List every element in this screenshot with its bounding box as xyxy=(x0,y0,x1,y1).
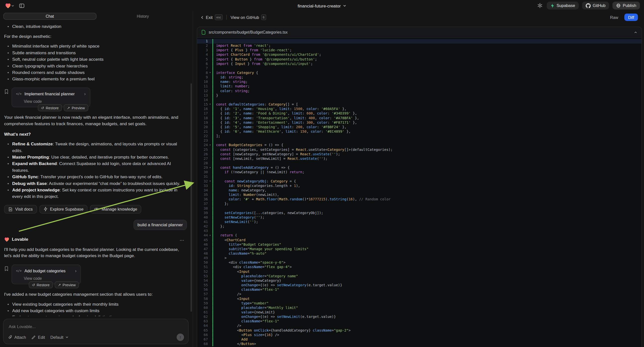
chat-input[interactable] xyxy=(8,324,184,329)
edit-card-implement-financial-planner[interactable]: </> Implement financial planner › View c… xyxy=(12,87,90,107)
fold-chevron-icon[interactable] xyxy=(208,48,212,52)
fold-chevron-icon[interactable] xyxy=(208,111,212,116)
fold-chevron-icon[interactable]: ▾ xyxy=(208,233,212,238)
fold-chevron-icon[interactable] xyxy=(208,39,212,44)
restore-button[interactable]: ↺ Restore xyxy=(29,281,53,288)
fold-chevron-icon[interactable] xyxy=(208,256,212,260)
fold-chevron-icon[interactable] xyxy=(208,193,212,197)
github-button[interactable]: GitHub xyxy=(582,2,609,10)
chat-scroll-area[interactable]: • Clean, intuitive navigation For the de… xyxy=(0,21,193,316)
fold-chevron-icon[interactable]: ▾ xyxy=(208,102,212,107)
fold-chevron-icon[interactable] xyxy=(208,84,212,88)
fold-chevron-icon[interactable] xyxy=(208,206,212,210)
fold-chevron-icon[interactable] xyxy=(208,220,212,224)
fold-chevron-icon[interactable] xyxy=(208,130,212,134)
send-button[interactable]: ↑ xyxy=(177,334,184,341)
raw-toggle-button[interactable]: Raw xyxy=(608,15,621,20)
fold-chevron-icon[interactable] xyxy=(208,333,212,337)
fold-chevron-icon[interactable] xyxy=(208,147,212,152)
fold-chevron-icon[interactable] xyxy=(208,229,212,233)
fold-chevron-icon[interactable] xyxy=(208,52,212,57)
fold-chevron-icon[interactable] xyxy=(208,224,212,229)
fold-chevron-icon[interactable] xyxy=(208,75,212,80)
manage-knowledge-button[interactable]: Manage knowledge xyxy=(90,205,142,214)
fold-chevron-icon[interactable] xyxy=(208,88,212,93)
fold-chevron-icon[interactable] xyxy=(208,125,212,130)
fold-chevron-icon[interactable] xyxy=(208,324,212,328)
fold-chevron-icon[interactable] xyxy=(208,57,212,62)
fold-chevron-icon[interactable] xyxy=(208,138,212,143)
fold-chevron-icon[interactable] xyxy=(208,278,212,283)
fold-chevron-icon[interactable] xyxy=(208,319,212,324)
fold-chevron-icon[interactable] xyxy=(208,269,212,274)
preview-button[interactable]: ↗ Preview xyxy=(54,281,79,288)
supabase-button[interactable]: Supabase xyxy=(547,2,579,10)
view-on-github-button[interactable]: View on GitHub 6 xyxy=(230,14,266,20)
fold-chevron-icon[interactable] xyxy=(208,310,212,315)
fold-chevron-icon[interactable] xyxy=(208,292,212,296)
fold-chevron-icon[interactable] xyxy=(208,274,212,278)
lovable-logo-menu[interactable] xyxy=(4,2,16,9)
fold-chevron-icon[interactable] xyxy=(208,288,212,292)
fold-chevron-icon[interactable] xyxy=(208,342,212,346)
fold-chevron-icon[interactable] xyxy=(208,80,212,84)
visit-docs-button[interactable]: Visit docs xyxy=(4,205,37,214)
publish-button[interactable]: Publish xyxy=(612,2,640,10)
fold-chevron-icon[interactable] xyxy=(208,247,212,252)
fold-chevron-icon[interactable] xyxy=(208,252,212,256)
fold-chevron-icon[interactable] xyxy=(208,296,212,301)
message-more-button[interactable]: ... xyxy=(177,237,187,242)
fold-chevron-icon[interactable] xyxy=(208,197,212,202)
preview-button[interactable]: ↗ Preview xyxy=(64,104,88,111)
fold-chevron-icon[interactable]: ▾ xyxy=(208,179,212,184)
fold-chevron-icon[interactable] xyxy=(208,66,212,71)
fold-chevron-icon[interactable] xyxy=(208,337,212,342)
sidebar-toggle-button[interactable] xyxy=(18,2,26,9)
attach-button[interactable]: Attach xyxy=(8,335,26,340)
fold-chevron-icon[interactable] xyxy=(208,156,212,161)
tab-history[interactable]: History xyxy=(96,13,190,20)
collapse-file-button[interactable] xyxy=(634,31,638,34)
fold-chevron-icon[interactable] xyxy=(208,184,212,188)
fold-chevron-icon[interactable] xyxy=(208,315,212,319)
edit-mode-button[interactable]: Edit xyxy=(31,335,45,340)
fold-chevron-icon[interactable] xyxy=(208,161,212,166)
fold-chevron-icon[interactable] xyxy=(208,301,212,306)
chat-scrollbar[interactable] xyxy=(191,84,192,312)
fold-chevron-icon[interactable] xyxy=(208,44,212,48)
fold-chevron-icon[interactable]: ▾ xyxy=(208,71,212,75)
settings-button[interactable] xyxy=(536,2,544,9)
project-switcher[interactable]: financial-future-creator xyxy=(295,3,349,8)
fold-chevron-icon[interactable] xyxy=(208,306,212,310)
restore-button[interactable]: ↺ Restore xyxy=(38,104,62,111)
diff-toggle-button[interactable]: Diff xyxy=(624,14,638,21)
fold-chevron-icon[interactable] xyxy=(208,174,212,179)
fold-chevron-icon[interactable] xyxy=(208,120,212,125)
exit-button[interactable]: Exit esc xyxy=(201,14,223,20)
fold-chevron-icon[interactable] xyxy=(208,265,212,269)
explore-supabase-button[interactable]: Explore Supabase xyxy=(39,205,88,214)
fold-chevron-icon[interactable] xyxy=(208,283,212,288)
fold-chevron-icon[interactable] xyxy=(208,202,212,206)
fold-chevron-icon[interactable]: ▾ xyxy=(208,143,212,147)
fold-chevron-icon[interactable] xyxy=(208,93,212,98)
fold-chevron-icon[interactable] xyxy=(208,260,212,265)
fold-chevron-icon[interactable] xyxy=(208,98,212,102)
fold-chevron-icon[interactable] xyxy=(208,328,212,332)
model-select[interactable]: Default xyxy=(50,335,69,340)
fold-chevron-icon[interactable]: ▾ xyxy=(208,166,212,170)
fold-chevron-icon[interactable] xyxy=(208,116,212,120)
edit-card-add-budget-categories[interactable]: </> Add budget categories › View code ↺ … xyxy=(12,264,81,284)
fold-chevron-icon[interactable] xyxy=(208,210,212,215)
view-code-button[interactable]: View code xyxy=(24,276,42,280)
fold-chevron-icon[interactable] xyxy=(208,170,212,174)
tab-chat[interactable]: Chat xyxy=(3,13,96,20)
fold-chevron-icon[interactable] xyxy=(208,215,212,220)
fold-chevron-icon[interactable] xyxy=(208,134,212,138)
fold-chevron-icon[interactable] xyxy=(208,152,212,156)
fold-chevron-icon[interactable] xyxy=(208,62,212,66)
fold-chevron-icon[interactable] xyxy=(208,188,212,193)
fold-chevron-icon[interactable] xyxy=(208,238,212,242)
code-lines[interactable]: 12import React from 'react';3import { Pl… xyxy=(197,38,642,347)
fold-chevron-icon[interactable] xyxy=(208,242,212,247)
